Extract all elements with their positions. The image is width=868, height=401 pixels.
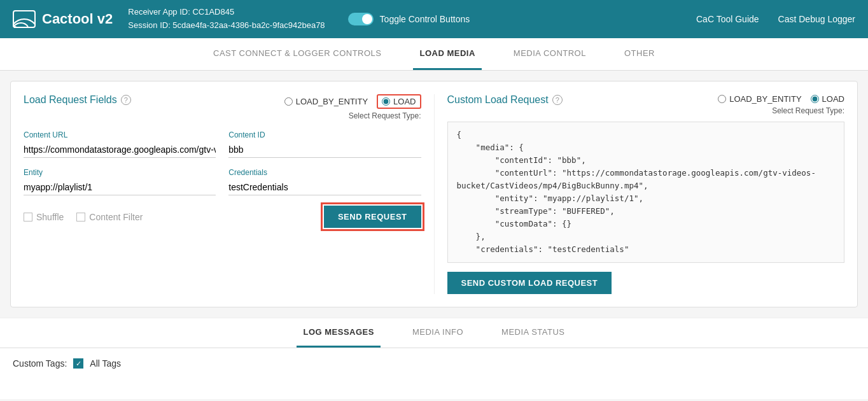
left-panel: Load Request Fields ? LOAD_BY_ENTITY LOA… (24, 94, 435, 294)
tab-media-info[interactable]: MEDIA INFO (406, 318, 470, 348)
content-id-input[interactable] (228, 142, 421, 158)
select-request-type-label-left: Select Request Type: (349, 111, 421, 120)
radio-load-left[interactable]: LOAD (377, 94, 421, 109)
content-url-input[interactable] (24, 142, 216, 158)
all-tags-label: All Tags (90, 358, 121, 369)
radio-load-by-entity-input-left[interactable] (284, 97, 293, 106)
all-tags-checkbox[interactable] (73, 358, 83, 369)
right-panel: Custom Load Request ? LOAD_BY_ENTITY LOA… (435, 94, 845, 294)
custom-tags-label: Custom Tags: (13, 358, 67, 369)
tab-media-control[interactable]: MEDIA CONTROL (507, 38, 592, 70)
shuffle-checkbox-label[interactable]: Shuffle (24, 212, 64, 222)
left-radio-group: LOAD_BY_ENTITY LOAD Select Request Type: (284, 94, 421, 120)
content-id-field: Content ID (228, 130, 421, 158)
shuffle-checkbox[interactable] (24, 213, 32, 222)
custom-tags-row: Custom Tags: All Tags (13, 358, 855, 369)
receiver-app-id: Receiver App ID: CC1AD845 (128, 6, 325, 19)
radio-load-right[interactable]: LOAD (811, 94, 844, 104)
custom-load-help-icon[interactable]: ? (552, 95, 563, 105)
content-url-label: Content URL (24, 130, 216, 139)
main-content: Load Request Fields ? LOAD_BY_ENTITY LOA… (0, 71, 868, 318)
radio-load-by-entity-input-right[interactable] (718, 95, 726, 103)
radio-load-by-entity-left[interactable]: LOAD_BY_ENTITY (284, 97, 368, 106)
content-id-label: Content ID (228, 130, 421, 139)
left-radio-row: LOAD_BY_ENTITY LOAD (284, 94, 421, 109)
cac-tool-guide-link[interactable]: CaC Tool Guide (696, 14, 759, 24)
tab-other[interactable]: OTHER (618, 38, 661, 70)
radio-load-by-entity-right[interactable]: LOAD_BY_ENTITY (718, 94, 801, 104)
logo: Cactool v2 (13, 10, 113, 28)
nav-tabs: CAST CONNECT & LOGGER CONTROLS LOAD MEDI… (0, 38, 868, 71)
right-radio-group: LOAD_BY_ENTITY LOAD Select Request Type: (718, 94, 844, 115)
tab-cast-connect[interactable]: CAST CONNECT & LOGGER CONTROLS (207, 38, 388, 70)
radio-load-input-right[interactable] (811, 95, 819, 103)
tab-log-messages[interactable]: LOG MESSAGES (297, 318, 380, 348)
custom-load-request-title: Custom Load Request ? (447, 94, 563, 106)
toggle-label: Toggle Control Buttons (380, 14, 470, 24)
right-radio-row: LOAD_BY_ENTITY LOAD (718, 94, 844, 104)
load-media-card: Load Request Fields ? LOAD_BY_ENTITY LOA… (10, 81, 858, 307)
load-request-fields-title: Load Request Fields ? (24, 94, 131, 106)
load-fields-help-icon[interactable]: ? (121, 95, 131, 105)
tab-load-media[interactable]: LOAD MEDIA (413, 38, 481, 70)
credentials-label: Credentials (228, 168, 421, 177)
json-editor[interactable]: { "media": { "contentId": "bbb", "conten… (447, 122, 845, 263)
toggle-switch[interactable] (348, 13, 374, 25)
shuffle-label: Shuffle (36, 212, 64, 222)
bottom-tabs: LOG MESSAGES MEDIA INFO MEDIA STATUS (0, 318, 868, 348)
toggle-control[interactable]: Toggle Control Buttons (348, 13, 470, 25)
form-row-entity-credentials: Entity Credentials (24, 168, 421, 195)
credentials-field: Credentials (228, 168, 421, 195)
content-url-field: Content URL (24, 130, 216, 158)
content-filter-checkbox[interactable] (76, 213, 85, 222)
bottom-content: Custom Tags: All Tags (0, 348, 868, 399)
content-filter-checkbox-label[interactable]: Content Filter (76, 212, 143, 222)
tab-media-status[interactable]: MEDIA STATUS (495, 318, 571, 348)
cast-debug-logger-link[interactable]: Cast Debug Logger (778, 14, 855, 24)
session-id: Session ID: 5cdae4fa-32aa-4386-ba2c-9fac… (128, 19, 325, 32)
right-panel-header: Custom Load Request ? LOAD_BY_ENTITY LOA… (447, 94, 845, 115)
header: Cactool v2 Receiver App ID: CC1AD845 Ses… (0, 0, 868, 38)
radio-load-input-left[interactable] (382, 97, 390, 106)
credentials-input[interactable] (228, 179, 421, 195)
cast-logo-icon (13, 10, 36, 28)
select-request-type-label-right: Select Request Type: (772, 106, 844, 115)
entity-field: Entity (24, 168, 216, 195)
entity-label: Entity (24, 168, 216, 177)
send-custom-load-request-button[interactable]: SEND CUSTOM LOAD REQUEST (447, 272, 612, 294)
entity-input[interactable] (24, 179, 216, 195)
bottom-section: LOG MESSAGES MEDIA INFO MEDIA STATUS Cus… (0, 318, 868, 399)
logo-text: Cactool v2 (42, 11, 113, 27)
bottom-row-left: Shuffle Content Filter SEND REQUEST (24, 206, 421, 228)
form-row-url-id: Content URL Content ID (24, 130, 421, 158)
send-request-button[interactable]: SEND REQUEST (324, 206, 421, 228)
header-links: CaC Tool Guide Cast Debug Logger (696, 14, 855, 24)
header-ids: Receiver App ID: CC1AD845 Session ID: 5c… (128, 6, 325, 32)
content-filter-label: Content Filter (89, 212, 143, 222)
